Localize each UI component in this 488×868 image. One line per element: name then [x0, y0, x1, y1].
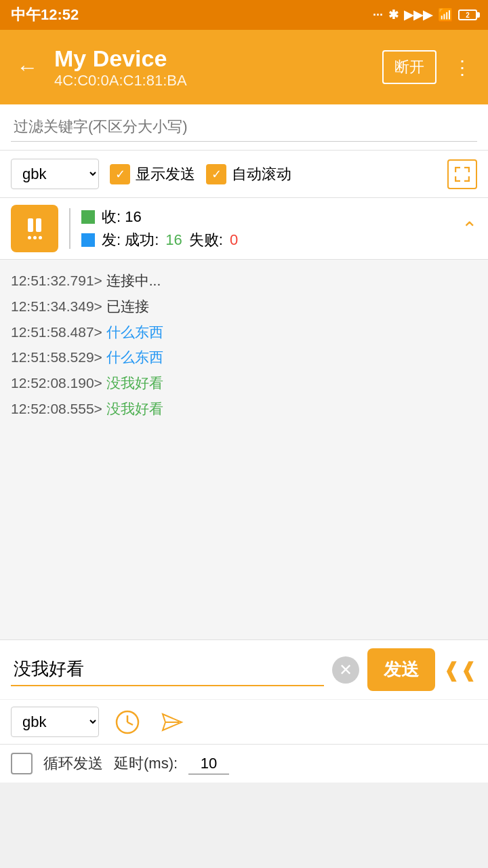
log-text: 没我好看 — [102, 401, 163, 416]
device-mac: 4C:C0:0A:C1:81:BA — [54, 72, 371, 90]
encoding-select[interactable]: gbk utf-8 — [11, 159, 99, 189]
stats-divider — [69, 208, 70, 249]
send-fail-label: 失败: — [189, 230, 223, 250]
bottom-encoding-select[interactable]: gbk utf-8 — [11, 707, 99, 737]
log-timestamp: 12:51:58.529> — [11, 349, 102, 365]
show-send-checkbox[interactable]: ✓ — [110, 164, 130, 184]
bottom-input-section: ✕ 发送 ❰❰ — [0, 639, 488, 699]
send-history-button[interactable] — [156, 707, 186, 737]
loop-label: 循环发送 — [43, 753, 103, 774]
more-menu-button[interactable]: ⋮ — [447, 51, 477, 84]
status-bar: 中午12:52 ··· ✱ ▶▶▶ 📶 2 — [0, 0, 488, 30]
log-line: 12:51:32.791> 连接中... — [11, 268, 477, 294]
log-line: 12:51:58.529> 什么东西 — [11, 344, 477, 370]
log-timestamp: 12:51:58.487> — [11, 324, 102, 340]
log-timestamp: 12:51:32.791> — [11, 273, 102, 288]
stats-text: 收: 16 发: 成功: 16 失败: 0 — [81, 207, 451, 250]
filter-section — [0, 104, 488, 151]
log-text: 已连接 — [102, 298, 149, 314]
svg-line-2 — [127, 722, 133, 725]
delay-label: 延时(ms): — [114, 753, 178, 774]
send-fail-count: 0 — [230, 231, 238, 249]
log-line: 12:51:34.349> 已连接 — [11, 294, 477, 319]
log-line: 12:52:08.555> 没我好看 — [11, 396, 477, 422]
history-button[interactable] — [113, 707, 142, 737]
loop-row: 循环发送 延时(ms): — [0, 744, 488, 783]
clear-input-button[interactable]: ✕ — [332, 656, 359, 684]
device-info: My Device 4C:C0:0A:C1:81:BA — [54, 45, 371, 90]
expand-down-button[interactable]: ❰❰ — [443, 658, 477, 682]
show-send-text: 显示发送 — [136, 164, 195, 184]
filter-input[interactable] — [11, 113, 477, 142]
wifi-icon: 📶 — [438, 7, 453, 22]
signal-dots-icon: ··· — [373, 8, 383, 22]
log-area: 12:51:32.791> 连接中...12:51:34.349> 已连接12:… — [0, 260, 488, 639]
signal-bars-icon: ▶▶▶ — [404, 7, 432, 22]
log-text: 什么东西 — [102, 324, 163, 340]
pause-icon — [28, 218, 41, 232]
trash-icon — [28, 236, 42, 239]
send-indicator — [81, 233, 95, 247]
send-button[interactable]: 发送 — [367, 648, 435, 691]
message-input[interactable] — [11, 653, 324, 686]
log-line: 12:52:08.190> 没我好看 — [11, 370, 477, 396]
show-send-label[interactable]: ✓ 显示发送 — [110, 164, 195, 184]
disconnect-button[interactable]: 断开 — [382, 50, 436, 84]
send-stat: 发: 成功: 16 失败: 0 — [81, 230, 451, 250]
log-timestamp: 12:52:08.190> — [11, 375, 102, 391]
auto-scroll-label[interactable]: ✓ 自动滚动 — [206, 164, 291, 184]
top-bar: ← My Device 4C:C0:0A:C1:81:BA 断开 ⋮ — [0, 30, 488, 104]
expand-button[interactable] — [447, 159, 477, 189]
log-timestamp: 12:51:34.349> — [11, 298, 102, 314]
log-timestamp: 12:52:08.555> — [11, 401, 102, 416]
log-line: 12:51:58.487> 什么东西 — [11, 319, 477, 345]
back-button[interactable]: ← — [11, 50, 43, 85]
recv-count: 收: 16 — [102, 207, 142, 227]
auto-scroll-checkbox[interactable]: ✓ — [206, 164, 226, 184]
battery-icon: 2 — [458, 9, 477, 20]
device-name: My Device — [54, 45, 371, 72]
controls-row: gbk utf-8 ✓ 显示发送 ✓ 自动滚动 — [0, 151, 488, 198]
recv-stat: 收: 16 — [81, 207, 451, 227]
delay-input[interactable] — [188, 753, 229, 774]
battery-level: 2 — [466, 12, 470, 19]
stats-row: 收: 16 发: 成功: 16 失败: 0 ⌃ — [0, 198, 488, 260]
send-label: 发: 成功: — [102, 230, 159, 250]
status-icons: ··· ✱ ▶▶▶ 📶 2 — [373, 7, 477, 22]
loop-checkbox[interactable] — [11, 753, 33, 774]
bottom-controls: gbk utf-8 — [0, 699, 488, 744]
collapse-button[interactable]: ⌃ — [462, 218, 477, 240]
recv-indicator — [81, 210, 95, 224]
log-text: 连接中... — [102, 273, 161, 288]
send-success-count: 16 — [165, 231, 182, 249]
bluetooth-icon: ✱ — [388, 7, 399, 22]
auto-scroll-text: 自动滚动 — [232, 164, 291, 184]
log-text: 没我好看 — [102, 375, 163, 391]
log-text: 什么东西 — [102, 349, 163, 365]
pause-button[interactable] — [11, 205, 58, 252]
status-time: 中午12:52 — [11, 5, 79, 25]
